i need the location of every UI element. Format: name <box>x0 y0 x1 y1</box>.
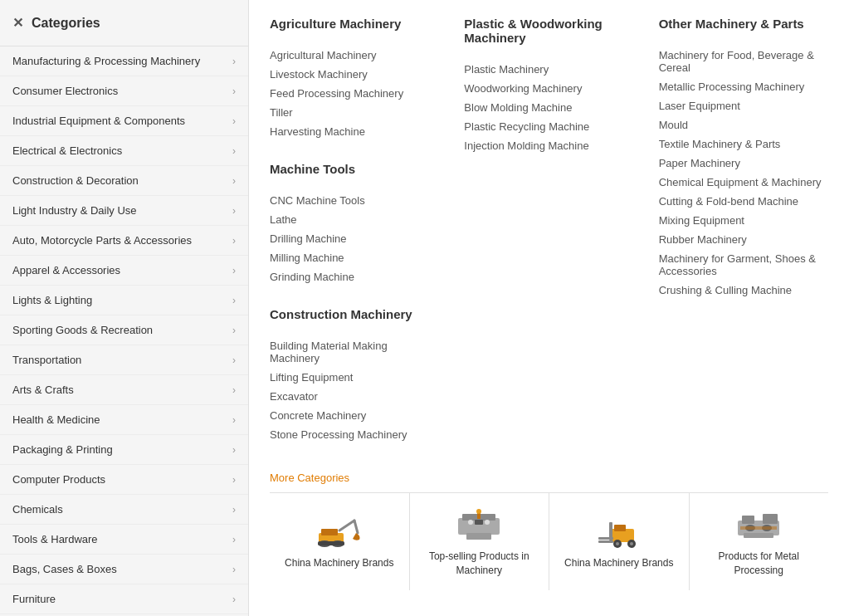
sidebar-item-4[interactable]: Construction & Decoration › <box>0 166 248 196</box>
sidebar-item-label-17: Bags, Cases & Boxes <box>12 563 117 575</box>
category-link-col1-1-1[interactable]: Lathe <box>270 210 439 229</box>
category-link-col2-0-0[interactable]: Plastic Machinery <box>464 60 633 79</box>
category-link-col2-0-4[interactable]: Injection Molding Machine <box>464 136 633 155</box>
sidebar-item-9[interactable]: Sporting Goods & Recreation › <box>0 315 248 345</box>
category-link-col2-0-2[interactable]: Blow Molding Machine <box>464 98 633 117</box>
category-link-col2-1-9[interactable]: Rubber Machinery <box>659 230 828 249</box>
sidebar-item-15[interactable]: Chemicals › <box>0 495 248 525</box>
category-link-col2-1-4[interactable]: Textile Machinery & Parts <box>659 134 828 154</box>
chevron-right-icon-14: › <box>232 474 236 486</box>
category-link-col2-1-3[interactable]: Mould <box>659 115 828 134</box>
sidebar-item-14[interactable]: Computer Products › <box>0 465 248 495</box>
svg-point-11 <box>485 520 490 525</box>
section-title-col2-0: Plastic & Woodworking Machinery <box>464 17 633 50</box>
sidebar-item-label-0: Manufacturing & Processing Machinery <box>12 55 200 67</box>
category-link-col1-2-2[interactable]: Excavator <box>270 387 439 406</box>
sidebar-item-label-16: Tools & Hardware <box>12 533 98 545</box>
category-link-col2-1-7[interactable]: Cutting & Fold-bend Machine <box>659 192 828 211</box>
sidebar-item-16[interactable]: Tools & Hardware › <box>0 525 248 555</box>
category-link-col1-2-0[interactable]: Building Material Making Machinery <box>270 336 439 368</box>
banner-label-2: China Machinery Brands <box>564 556 673 570</box>
sidebar-item-7[interactable]: Apparel & Accessories › <box>0 256 248 286</box>
chevron-right-icon-4: › <box>232 175 236 187</box>
category-link-col1-0-4[interactable]: Harvesting Machine <box>270 122 439 141</box>
sidebar: ✕ Categories Manufacturing & Processing … <box>0 0 249 616</box>
sidebar-item-6[interactable]: Auto, Motorcycle Parts & Accessories › <box>0 226 248 256</box>
sidebar-item-13[interactable]: Packaging & Printing › <box>0 435 248 465</box>
sidebar-item-label-13: Packaging & Printing <box>12 443 113 456</box>
category-link-col1-0-1[interactable]: Livestock Machinery <box>270 65 439 84</box>
chevron-right-icon-9: › <box>232 325 236 336</box>
sidebar-item-10[interactable]: Transportation › <box>0 345 248 375</box>
category-link-col1-2-3[interactable]: Concrete Machinery <box>270 406 439 425</box>
banner-item-1[interactable]: Top-selling Products in Machinery <box>410 493 550 590</box>
categories-grid: Agriculture MachineryAgricultural Machin… <box>270 17 828 484</box>
chevron-right-icon-12: › <box>232 414 236 426</box>
sidebar-item-12[interactable]: Health & Medicine › <box>0 405 248 435</box>
sidebar-item-5[interactable]: Light Industry & Daily Use › <box>0 196 248 226</box>
banner-item-3[interactable]: Products for Metal Processing <box>690 493 829 590</box>
sidebar-item-label-1: Consumer Electronics <box>12 85 118 97</box>
category-link-col2-1-5[interactable]: Paper Machinery <box>659 154 828 173</box>
category-link-col1-1-0[interactable]: CNC Machine Tools <box>270 191 439 210</box>
category-link-col1-0-3[interactable]: Tiller <box>270 103 439 122</box>
metal-processing-icon <box>734 506 783 543</box>
svg-rect-18 <box>598 540 613 543</box>
sidebar-item-label-3: Electrical & Electronics <box>12 144 122 157</box>
sidebar-item-0[interactable]: Manufacturing & Processing Machinery › <box>0 46 248 76</box>
category-link-col1-1-4[interactable]: Grinding Machine <box>270 267 439 286</box>
svg-line-3 <box>354 521 358 533</box>
category-link-col1-2-4[interactable]: Stone Processing Machinery <box>270 425 439 444</box>
sidebar-item-label-9: Sporting Goods & Recreation <box>12 324 153 336</box>
chevron-right-icon-3: › <box>232 145 236 157</box>
sidebar-item-8[interactable]: Lights & Lighting › <box>0 286 248 315</box>
svg-rect-6 <box>318 541 344 545</box>
banner-item-2[interactable]: China Machinery Brands <box>549 493 690 590</box>
chevron-right-icon-13: › <box>232 444 236 456</box>
sidebar-item-17[interactable]: Bags, Cases & Boxes › <box>0 555 248 584</box>
banner-item-0[interactable]: China Machinery Brands <box>270 493 410 590</box>
chevron-right-icon-17: › <box>232 564 236 575</box>
category-link-col2-1-1[interactable]: Metallic Processing Machinery <box>659 77 828 96</box>
excavator-icon <box>315 512 364 550</box>
sidebar-item-18[interactable]: Furniture › <box>0 584 248 614</box>
category-link-col2-1-11[interactable]: Crushing & Culling Machine <box>659 281 828 300</box>
banner-label-1: Top-selling Products in Machinery <box>418 550 541 578</box>
sidebar-item-label-18: Furniture <box>12 593 56 605</box>
category-link-col1-1-3[interactable]: Milling Machine <box>270 248 439 267</box>
col2-section-1: Other Machinery & PartsMachinery for Foo… <box>659 17 828 300</box>
sidebar-item-label-15: Chemicals <box>12 503 63 516</box>
sidebar-item-1[interactable]: Consumer Electronics › <box>0 76 248 106</box>
category-link-col1-1-2[interactable]: Drilling Machine <box>270 229 439 248</box>
category-link-col1-0-0[interactable]: Agricultural Machinery <box>270 46 439 65</box>
category-link-col2-0-3[interactable]: Plastic Recycling Machine <box>464 117 633 136</box>
svg-point-10 <box>468 520 473 525</box>
sidebar-item-label-11: Arts & Crafts <box>12 384 74 396</box>
svg-rect-26 <box>763 514 778 524</box>
col1-section-2: Construction MachineryBuilding Material … <box>270 307 439 444</box>
category-link-col1-2-1[interactable]: Lifting Equipment <box>270 368 439 387</box>
section-title-col2-1: Other Machinery & Parts <box>659 17 828 36</box>
category-link-col2-1-0[interactable]: Machinery for Food, Beverage & Cereal <box>659 46 828 77</box>
category-link-col2-1-2[interactable]: Laser Equipment <box>659 96 828 115</box>
col1-section-1: Machine ToolsCNC Machine ToolsLatheDrill… <box>270 162 439 286</box>
chevron-right-icon-8: › <box>232 295 236 306</box>
svg-rect-30 <box>740 526 777 530</box>
category-link-col2-1-10[interactable]: Machinery for Garment, Shoes & Accessori… <box>659 249 828 281</box>
chevron-right-icon-1: › <box>232 86 236 97</box>
sidebar-item-2[interactable]: Industrial Equipment & Components › <box>0 106 248 136</box>
category-link-col2-1-6[interactable]: Chemical Equipment & Machinery <box>659 173 828 192</box>
bottom-banner: China Machinery Brands <box>270 492 828 590</box>
close-icon[interactable]: ✕ <box>12 15 23 31</box>
category-link-col2-0-1[interactable]: Woodworking Machinery <box>464 79 633 98</box>
more-categories-link[interactable]: More Categories <box>270 472 349 484</box>
category-link-col2-1-8[interactable]: Mixing Equipment <box>659 211 828 230</box>
sidebar-item-11[interactable]: Arts & Crafts › <box>0 375 248 405</box>
section-title-col1-1: Machine Tools <box>270 162 439 181</box>
forklift-icon <box>594 512 644 550</box>
col2-section-0: Plastic & Woodworking MachineryPlastic M… <box>464 17 633 300</box>
category-link-col1-0-2[interactable]: Feed Processing Machinery <box>270 84 439 103</box>
sidebar-item-3[interactable]: Electrical & Electronics › <box>0 136 248 166</box>
sidebar-item-label-5: Light Industry & Daily Use <box>12 204 137 217</box>
col1-section-0: Agriculture MachineryAgricultural Machin… <box>270 17 439 141</box>
